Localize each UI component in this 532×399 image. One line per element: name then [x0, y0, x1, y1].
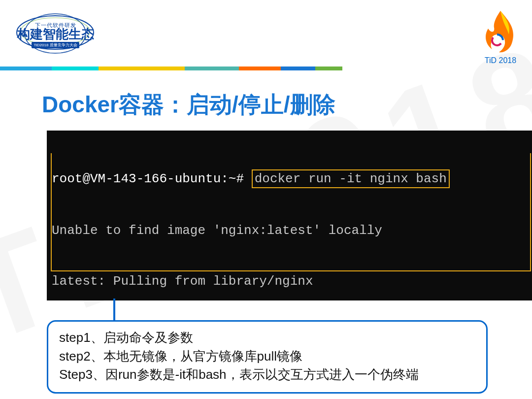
step-3: Step3、因run参数是-it和bash，表示以交互方式进入一个伪终端 — [59, 366, 475, 384]
terminal-output-line: Unable to find image 'nginx:latest' loca… — [52, 222, 467, 239]
logo-mid-text: 构建智能生态 — [15, 28, 96, 41]
terminal-screenshot: root@VM-143-166-ubuntu:~# docker run -it… — [47, 131, 532, 300]
callout-connector — [113, 299, 115, 322]
flame-icon — [481, 10, 520, 54]
shell-prompt-host: root@VM-143-166-ubuntu:~# — [52, 171, 244, 186]
logo-bot-text: TiD2018 质量竞争力大会 — [32, 42, 79, 48]
highlighted-command: docker run -it nginx bash — [252, 169, 450, 188]
conference-logo: 下一代软件研发 构建智能生态 TiD2018 质量竞争力大会 — [15, 10, 96, 37]
tid-flame-logo: TiD 2018 — [481, 10, 520, 65]
flame-label: TiD 2018 — [481, 56, 520, 65]
step-1: step1、启动命令及参数 — [59, 329, 475, 347]
terminal-output-line: latest: Pulling from library/nginx — [52, 273, 467, 290]
decorative-color-bars — [0, 66, 342, 70]
step-2: step2、本地无镜像，从官方镜像库pull镜像 — [59, 347, 475, 366]
slide-title: Docker容器：启动/停止/删除 — [42, 90, 335, 120]
steps-callout-box: step1、启动命令及参数 step2、本地无镜像，从官方镜像库pull镜像 S… — [47, 320, 488, 394]
slide: TiD2018 下一代软件研发 构建智能生态 TiD2018 质量竞争力大会 — [0, 0, 532, 399]
